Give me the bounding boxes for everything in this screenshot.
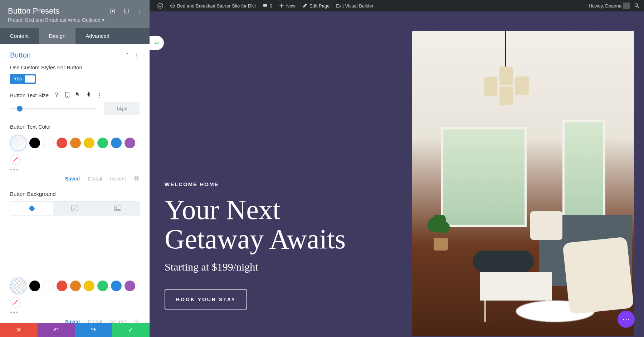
swatch-bg-none[interactable] bbox=[10, 297, 21, 308]
swatch-orange[interactable] bbox=[70, 138, 81, 148]
exit-visual-builder[interactable]: Exit Visual Builder bbox=[336, 3, 374, 9]
swatch-red[interactable] bbox=[57, 138, 67, 148]
hero-subhead: Starting at $199/night bbox=[165, 261, 379, 273]
swatch-bg-orange[interactable] bbox=[70, 281, 81, 291]
expand-icon[interactable] bbox=[109, 8, 116, 14]
bg-tab-image[interactable] bbox=[96, 202, 139, 215]
pendant-lamp bbox=[484, 66, 530, 106]
swatch-white[interactable] bbox=[43, 138, 54, 148]
bg-palette-global[interactable]: Global bbox=[88, 319, 102, 323]
palette-tabs: Saved Global Recent bbox=[10, 176, 140, 182]
account-link[interactable]: Howdy, Deanna bbox=[589, 3, 630, 9]
palette-settings-icon[interactable] bbox=[134, 176, 140, 181]
redo-button[interactable]: ↷ bbox=[75, 323, 112, 337]
builder-fab[interactable]: ⋯ bbox=[618, 311, 635, 328]
svg-point-2 bbox=[635, 4, 638, 6]
wp-logo[interactable] bbox=[157, 3, 163, 9]
module-settings-panel: Button Presets Preset: Bed and Breakfast… bbox=[0, 0, 150, 337]
bg-type-tabs bbox=[10, 201, 140, 215]
bg-palette-tabs: Saved Global Recent bbox=[10, 319, 140, 323]
help-icon[interactable]: ? bbox=[54, 92, 59, 99]
swatch-bg-yellow[interactable] bbox=[84, 281, 94, 291]
field-more-icon[interactable]: ⋮ bbox=[97, 92, 102, 99]
swatch-bg-purple[interactable] bbox=[125, 281, 135, 291]
hover-icon[interactable] bbox=[75, 92, 81, 99]
pin-icon[interactable] bbox=[86, 92, 92, 99]
swatch-bg-transparent[interactable] bbox=[10, 278, 26, 294]
palette-global[interactable]: Global bbox=[88, 176, 102, 182]
visual-builder-canvas: ↩ WELCOME HOME Your Next Getaway Awaits … bbox=[150, 11, 644, 337]
cancel-button[interactable]: ✕ bbox=[0, 323, 38, 337]
panel-header: Button Presets Preset: Bed and Breakfast… bbox=[0, 0, 150, 28]
swatch-bg-more[interactable]: ••• bbox=[10, 309, 140, 317]
search-icon[interactable] bbox=[634, 3, 640, 9]
bg-palette-saved[interactable]: Saved bbox=[65, 319, 80, 323]
svg-point-9 bbox=[33, 209, 34, 211]
text-size-input[interactable]: 14px bbox=[104, 102, 140, 115]
svg-point-4 bbox=[112, 10, 113, 11]
book-stay-button[interactable]: BOOK YOUR STAY bbox=[165, 289, 247, 309]
comments-link[interactable]: 0 bbox=[262, 3, 272, 9]
svg-rect-5 bbox=[124, 9, 128, 13]
svg-point-8 bbox=[67, 96, 68, 97]
section-button[interactable]: Button ⌃ ⋮ bbox=[10, 44, 140, 64]
preset-selector[interactable]: Preset: Bed and Breakfast White Outlined… bbox=[8, 17, 142, 23]
dock-icon[interactable] bbox=[123, 8, 130, 14]
hero-text-block: WELCOME HOME Your Next Getaway Awaits St… bbox=[165, 181, 379, 309]
swatch-black[interactable] bbox=[29, 138, 40, 148]
site-name: Bed and Breakfast Starter Site for Divi bbox=[177, 3, 256, 9]
save-button[interactable]: ✓ bbox=[112, 323, 150, 337]
bg-label: Button Background bbox=[10, 191, 140, 197]
swatch-purple[interactable] bbox=[125, 138, 135, 148]
svg-point-0 bbox=[158, 3, 163, 8]
text-color-label: Button Text Color bbox=[10, 124, 140, 130]
site-name-link[interactable]: Bed and Breakfast Starter Site for Divi bbox=[170, 3, 256, 9]
swatch-blue[interactable] bbox=[111, 138, 122, 148]
bg-palette-settings-icon[interactable] bbox=[134, 319, 140, 323]
bg-tab-color[interactable] bbox=[10, 202, 53, 215]
panel-tabs: Content Design Advanced bbox=[0, 28, 150, 44]
swatch-none[interactable] bbox=[10, 154, 21, 165]
swatch-bg-white[interactable] bbox=[43, 281, 54, 291]
chevron-down-icon: ▾ bbox=[102, 17, 104, 23]
collapse-icon[interactable]: ⌃ bbox=[125, 52, 130, 59]
swatch-bg-black[interactable] bbox=[29, 281, 40, 291]
hero-eyebrow: WELCOME HOME bbox=[165, 181, 379, 187]
palette-recent[interactable]: Recent bbox=[110, 176, 126, 182]
dock-handle[interactable]: ↩ bbox=[150, 36, 164, 50]
swatch-bg-red[interactable] bbox=[57, 281, 67, 291]
new-content-link[interactable]: New bbox=[279, 3, 296, 9]
svg-point-12 bbox=[116, 207, 117, 208]
palette-saved[interactable]: Saved bbox=[65, 176, 80, 182]
panel-footer: ✕ ↶ ↷ ✓ bbox=[0, 323, 150, 337]
use-custom-label: Use Custom Styles For Button bbox=[10, 64, 140, 70]
tab-advanced[interactable]: Advanced bbox=[75, 28, 119, 44]
bg-color-swatches bbox=[10, 278, 140, 308]
section-more-icon[interactable]: ⋮ bbox=[134, 52, 140, 59]
text-size-slider[interactable] bbox=[10, 108, 97, 109]
text-size-label: Button Text Size bbox=[10, 92, 49, 98]
swatch-selected[interactable] bbox=[10, 135, 26, 151]
responsive-phone-icon[interactable] bbox=[64, 92, 70, 99]
swatch-bg-blue[interactable] bbox=[111, 281, 122, 291]
swatch-more[interactable]: ••• bbox=[10, 166, 140, 174]
swatch-bg-green[interactable] bbox=[97, 281, 108, 291]
svg-point-13 bbox=[136, 321, 137, 322]
tab-content[interactable]: Content bbox=[0, 28, 39, 44]
hero-headline: Your Next Getaway Awaits bbox=[165, 195, 379, 254]
use-custom-toggle[interactable]: YES bbox=[10, 74, 36, 84]
swatch-green[interactable] bbox=[97, 138, 108, 148]
undo-button[interactable]: ↶ bbox=[38, 323, 75, 337]
more-icon[interactable]: ⋮ bbox=[137, 8, 143, 14]
text-color-swatches bbox=[10, 135, 140, 165]
swatch-yellow[interactable] bbox=[84, 138, 94, 148]
hero-image bbox=[412, 31, 634, 336]
tab-design[interactable]: Design bbox=[39, 28, 76, 44]
bg-palette-recent[interactable]: Recent bbox=[110, 319, 126, 323]
avatar bbox=[623, 3, 630, 9]
edit-page-link[interactable]: Edit Page bbox=[302, 3, 330, 9]
bg-tab-gradient[interactable] bbox=[53, 202, 96, 215]
